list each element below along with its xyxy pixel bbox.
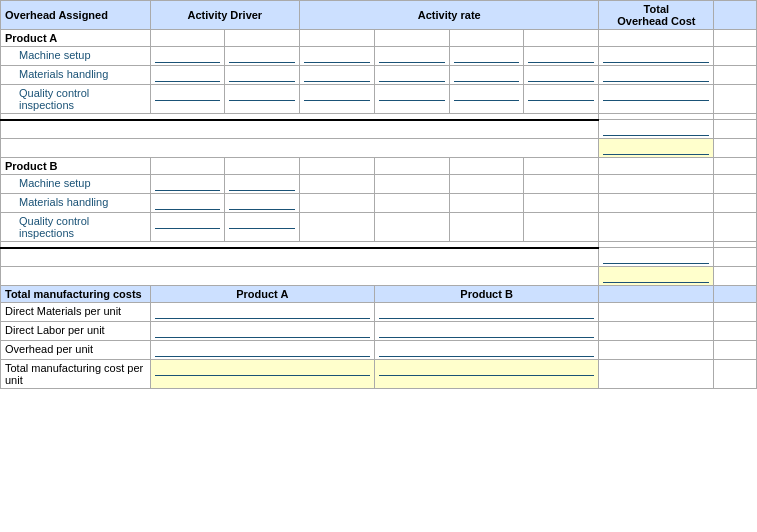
pa-mh-d2-input[interactable] [229,68,295,82]
pa-mh-r3[interactable] [449,66,524,85]
dl-product-a-cell[interactable] [150,322,374,341]
product-a-label: Product A [1,30,151,47]
direct-materials-row: Direct Materials per unit [1,303,757,322]
pa-sum1-total[interactable] [599,120,714,139]
pb-mh-total [599,194,714,213]
pa-mh-total-input[interactable] [603,68,709,82]
pa-qc-total[interactable] [599,85,714,114]
pb-qc-d2[interactable] [225,213,300,242]
pa-mh-r4[interactable] [524,66,599,85]
oh-product-b-cell[interactable] [374,341,598,360]
dm-product-b-input[interactable] [379,305,594,319]
pa-mh-r2[interactable] [374,66,449,85]
pa-qc-d2-input[interactable] [229,87,295,101]
pa-ms-r2-input[interactable] [379,49,445,63]
pb-mh-extra [714,194,757,213]
pb-ms-d1-input[interactable] [155,177,221,191]
product-a-label-row: Product A [1,30,757,47]
pa-ms-d1[interactable] [150,47,225,66]
pa-qc-r1-input[interactable] [304,87,370,101]
tmc-product-b-cell[interactable] [374,360,598,389]
col-rate-header: Activity rate [300,1,599,30]
pb-sum1-total[interactable] [599,248,714,267]
pa-qc-extra [714,85,757,114]
bottom-total-header [599,286,714,303]
pa-mh-r1-input[interactable] [304,68,370,82]
pa-ms-d2[interactable] [225,47,300,66]
pb-ms-r2 [374,175,449,194]
dl-product-a-input[interactable] [155,324,370,338]
pa-ms-r4[interactable] [524,47,599,66]
pb-mh-d1[interactable] [150,194,225,213]
pa-mh-d1[interactable] [150,66,225,85]
pa-qc-r3-input[interactable] [454,87,520,101]
pa-sum1-total-input[interactable] [603,122,709,136]
pa-ms-r4-input[interactable] [528,49,594,63]
product-b-label: Product B [1,158,151,175]
pb-ms-d1[interactable] [150,175,225,194]
oh-product-b-input[interactable] [379,343,594,357]
bottom-product-b-header: Product B [374,286,598,303]
pa-ms-total-input[interactable] [603,49,709,63]
tmc-product-a-cell[interactable] [150,360,374,389]
dm-product-b-cell[interactable] [374,303,598,322]
dl-product-b-cell[interactable] [374,322,598,341]
pb-ms-r1 [300,175,375,194]
dm-extra [714,303,757,322]
pa-qc-r1[interactable] [300,85,375,114]
pb-d2 [225,158,300,175]
pa-qc-total-input[interactable] [603,87,709,101]
pb-sum2-total[interactable] [599,267,714,286]
pb-qc-d1[interactable] [150,213,225,242]
pa-sum2-total[interactable] [599,139,714,158]
pa-mh-r2-input[interactable] [379,68,445,82]
direct-labor-label: Direct Labor per unit [1,322,151,341]
pa-ms-d1-input[interactable] [155,49,221,63]
dm-product-a-input[interactable] [155,305,370,319]
pa-qc-r2[interactable] [374,85,449,114]
pa-ms-r3-input[interactable] [454,49,520,63]
pa-ms-r1-input[interactable] [304,49,370,63]
pb-sum2-total-input[interactable] [603,269,709,283]
pa-qc-r2-input[interactable] [379,87,445,101]
pb-ms-d2-input[interactable] [229,177,295,191]
pa-qc-d1[interactable] [150,85,225,114]
bottom-product-a-header: Product A [150,286,374,303]
pa-mh-d2[interactable] [225,66,300,85]
pb-qc-d1-input[interactable] [155,215,221,229]
pb-mh-d2-input[interactable] [229,196,295,210]
oh-product-a-cell[interactable] [150,341,374,360]
pb-ms-extra [714,175,757,194]
dm-product-a-cell[interactable] [150,303,374,322]
pa-qc-r4-input[interactable] [528,87,594,101]
oh-product-a-input[interactable] [155,343,370,357]
pb-qc-extra [714,213,757,242]
pa-qc-d1-input[interactable] [155,87,221,101]
tmc-product-b-input[interactable] [379,362,594,376]
pa-mh-r4-input[interactable] [528,68,594,82]
pb-qc-r4 [524,213,599,242]
pa-ms-r2[interactable] [374,47,449,66]
pb-mh-d1-input[interactable] [155,196,221,210]
pb-ms-d2[interactable] [225,175,300,194]
tmc-product-a-input[interactable] [155,362,370,376]
pa-ms-d2-input[interactable] [229,49,295,63]
pa-qc-r3[interactable] [449,85,524,114]
pa-materials-row: Materials handling [1,66,757,85]
pa-mh-r1[interactable] [300,66,375,85]
pa-qc-d2[interactable] [225,85,300,114]
pa-mh-r3-input[interactable] [454,68,520,82]
pb-quality-label: Quality control inspections [1,213,151,242]
pb-sum1-total-input[interactable] [603,250,709,264]
pa-ms-r3[interactable] [449,47,524,66]
dl-product-b-input[interactable] [379,324,594,338]
pa-mh-total[interactable] [599,66,714,85]
pb-qc-d2-input[interactable] [229,215,295,229]
pb-mh-d2[interactable] [225,194,300,213]
overhead-label: Overhead per unit [1,341,151,360]
pa-ms-r1[interactable] [300,47,375,66]
pa-ms-total[interactable] [599,47,714,66]
pa-mh-d1-input[interactable] [155,68,221,82]
pa-qc-r4[interactable] [524,85,599,114]
pa-sum2-total-input[interactable] [603,141,709,155]
